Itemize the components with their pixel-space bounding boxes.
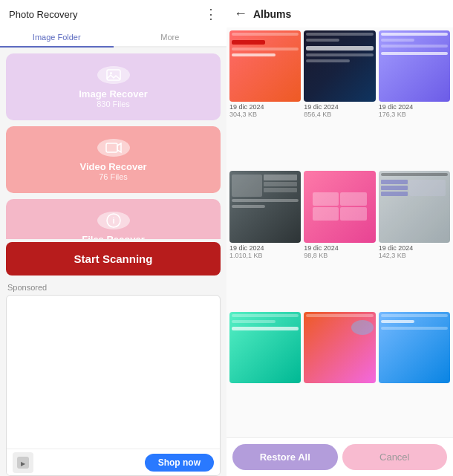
- grid-size-2: 176,3 KB: [379, 111, 450, 118]
- grid-item-6[interactable]: [229, 312, 301, 434]
- thumbnail-8: [379, 312, 450, 383]
- image-recover-icon: [97, 66, 130, 84]
- albums-title: Albums: [253, 8, 291, 20]
- sponsored-label: Sponsored: [0, 278, 226, 295]
- thumbnail-1: [304, 30, 375, 102]
- grid-item-1[interactable]: 19 dic 2024 856,4 KB: [304, 30, 375, 168]
- grid-item-2[interactable]: 19 dic 2024 176,3 KB: [379, 30, 450, 168]
- back-button[interactable]: ←: [234, 6, 247, 22]
- thumbnail-7: [304, 312, 375, 383]
- grid-item-8[interactable]: [379, 312, 450, 434]
- overflow-menu-icon[interactable]: ⋮: [204, 6, 218, 22]
- image-recover-title: Image Recover: [79, 88, 148, 100]
- svg-text:▶: ▶: [21, 460, 26, 467]
- thumbnail-5: [379, 171, 450, 242]
- grid-size-1: 856,4 KB: [304, 111, 375, 118]
- grid-size-5: 142,3 KB: [379, 252, 450, 259]
- grid-date-3: 19 dic 2024: [229, 244, 301, 252]
- grid-item-4[interactable]: 19 dic 2024 98,8 KB: [304, 171, 375, 308]
- image-recover-count: 830 Files: [97, 100, 130, 108]
- thumbnail-0: [229, 30, 301, 102]
- ad-area: ▶ Shop now: [6, 295, 221, 476]
- recovery-cards-area: Image Recover 830 Files Video Recover 76…: [0, 48, 226, 239]
- svg-point-1: [110, 72, 112, 74]
- grid-size-4: 98,8 KB: [304, 252, 375, 259]
- files-recover-card[interactable]: i Files Recover 19 Files: [6, 199, 221, 239]
- video-recover-icon: [97, 139, 130, 157]
- right-header: ← Albums: [226, 0, 453, 27]
- albums-grid: 19 dic 2024 304,3 KB 19 dic 2024 856,4 K…: [226, 27, 453, 437]
- grid-date-2: 19 dic 2024: [379, 103, 450, 111]
- bottom-action-bar: Restore All Cancel: [226, 437, 453, 476]
- left-panel: Photo Recovery ⋮ Image Folder More Image…: [0, 0, 226, 476]
- grid-date-4: 19 dic 2024: [304, 244, 375, 252]
- grid-item-5[interactable]: 19 dic 2024 142,3 KB: [379, 171, 450, 308]
- video-recover-count: 76 Files: [99, 172, 128, 181]
- grid-size-3: 1.010,1 KB: [229, 252, 301, 259]
- files-recover-icon: i: [97, 212, 130, 229]
- ad-icon: ▶: [13, 452, 33, 473]
- grid-item-0[interactable]: 19 dic 2024 304,3 KB: [229, 30, 301, 168]
- grid-item-7[interactable]: [304, 312, 375, 434]
- left-header: Photo Recovery ⋮: [0, 0, 226, 28]
- image-recover-card[interactable]: Image Recover 830 Files: [6, 53, 221, 120]
- grid-date-1: 19 dic 2024: [304, 103, 375, 111]
- right-panel: ← Albums 19 dic 2024 304,3 KB: [226, 0, 453, 476]
- shop-now-button[interactable]: Shop now: [145, 454, 214, 472]
- thumbnail-2: [379, 30, 450, 102]
- grid-item-3[interactable]: 19 dic 2024 1.010,1 KB: [229, 171, 301, 308]
- grid-date-5: 19 dic 2024: [379, 244, 450, 252]
- start-scan-button[interactable]: Start Scanning: [6, 242, 221, 276]
- app-title: Photo Recovery: [9, 9, 78, 20]
- svg-rect-2: [106, 143, 117, 152]
- cancel-button[interactable]: Cancel: [342, 444, 448, 470]
- video-recover-card[interactable]: Video Recover 76 Files: [6, 126, 221, 193]
- svg-text:i: i: [112, 216, 114, 225]
- tab-image-folder[interactable]: Image Folder: [0, 28, 114, 46]
- tab-bar: Image Folder More: [0, 28, 226, 48]
- restore-all-button[interactable]: Restore All: [232, 444, 338, 470]
- thumbnail-4: [304, 171, 375, 242]
- ad-bottom-bar: ▶ Shop now: [7, 449, 220, 475]
- thumbnail-6: [229, 312, 301, 383]
- files-recover-title: Files Recover: [82, 234, 145, 240]
- thumbnail-3: [229, 171, 301, 242]
- grid-date-0: 19 dic 2024: [229, 103, 301, 111]
- video-recover-title: Video Recover: [79, 161, 146, 172]
- grid-size-0: 304,3 KB: [229, 111, 301, 118]
- tab-more[interactable]: More: [114, 28, 227, 46]
